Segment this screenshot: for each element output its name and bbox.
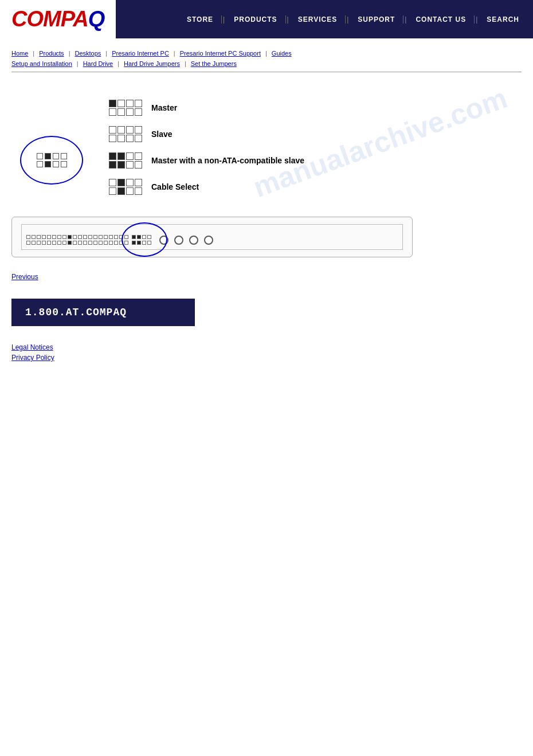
cableselect-pins bbox=[109, 179, 142, 195]
jumper-table: Master bbox=[109, 100, 522, 205]
jumper-slave-row: Slave bbox=[109, 126, 522, 142]
nav-store[interactable]: STORE bbox=[179, 15, 222, 23]
nav-contact[interactable]: CONTACT US bbox=[407, 15, 475, 23]
breadcrumb-desktops[interactable]: Desktops bbox=[75, 50, 101, 57]
breadcrumb-area: Home | Products | Desktops | Presario In… bbox=[0, 38, 533, 83]
jumper-small-pins bbox=[132, 235, 151, 245]
cableselect-label: Cable Select bbox=[151, 182, 199, 191]
breadcrumb-jumpers[interactable]: Hard Drive Jumpers bbox=[124, 60, 180, 67]
breadcrumb-support[interactable]: Presario Internet PC Support bbox=[180, 50, 261, 57]
logo-area: COMPAQ bbox=[0, 0, 116, 38]
ide-connector bbox=[11, 217, 413, 257]
breadcrumb-setup[interactable]: Setup and Installation bbox=[11, 60, 72, 67]
divider bbox=[11, 72, 522, 72]
breadcrumb-row1: Home | Products | Desktops | Presario In… bbox=[11, 50, 522, 57]
slave-pins bbox=[109, 126, 142, 142]
nonata-pins bbox=[109, 152, 142, 169]
power-pin-3 bbox=[189, 236, 198, 245]
connector-link[interactable]: Previous bbox=[11, 273, 38, 281]
jumper-cableselect-row: Cable Select bbox=[109, 179, 522, 195]
breadcrumb-presario[interactable]: Presario Internet PC bbox=[112, 50, 169, 57]
nonata-label: Master with a non-ATA-compatible slave bbox=[151, 156, 304, 165]
nav-bar: STORE | PRODUCTS | SERVICES | SUPPORT | … bbox=[116, 0, 533, 38]
jumper-nonata-row: Master with a non-ATA-compatible slave bbox=[109, 152, 522, 169]
drive-diagram bbox=[11, 134, 92, 186]
master-label: Master bbox=[151, 103, 177, 112]
breadcrumb-harddrive[interactable]: Hard Drive bbox=[83, 60, 113, 67]
footer-links: Legal Notices Privacy Policy bbox=[11, 338, 522, 367]
power-pin-2 bbox=[174, 236, 183, 245]
drive-pins bbox=[37, 153, 67, 167]
ide-inner bbox=[21, 224, 403, 250]
ide-main-pins bbox=[26, 235, 128, 245]
footer-link-legal[interactable]: Legal Notices bbox=[11, 343, 522, 351]
slave-label: Slave bbox=[151, 130, 173, 139]
power-pins bbox=[159, 236, 213, 245]
header: COMPAQ STORE | PRODUCTS | SERVICES | SUP… bbox=[0, 0, 533, 38]
connector-section bbox=[11, 217, 522, 257]
jumper-master-row: Master bbox=[109, 100, 522, 116]
jumper-block-highlight bbox=[132, 235, 151, 245]
compaq-logo: COMPAQ bbox=[11, 7, 104, 32]
footer-link-privacy[interactable]: Privacy Policy bbox=[11, 354, 522, 362]
breadcrumb-setjumpers[interactable]: Set the Jumpers bbox=[191, 60, 237, 67]
breadcrumb-row2: Setup and Installation | Hard Drive | Ha… bbox=[11, 60, 522, 67]
drive-circle bbox=[20, 136, 83, 185]
master-pins bbox=[109, 100, 142, 116]
jumper-section: Master bbox=[11, 100, 522, 205]
phone-banner: 1.800.AT.COMPAQ bbox=[11, 299, 195, 326]
power-pin-4 bbox=[204, 236, 213, 245]
drive-circle-container bbox=[17, 134, 86, 186]
nav-products[interactable]: PRODUCTS bbox=[226, 15, 285, 23]
nav-services[interactable]: SERVICES bbox=[290, 15, 346, 23]
ide-pins-row bbox=[26, 235, 398, 245]
breadcrumb-home[interactable]: Home bbox=[11, 50, 28, 57]
breadcrumb-products[interactable]: Products bbox=[39, 50, 64, 57]
power-pin-1 bbox=[159, 236, 168, 245]
main-content: Master bbox=[0, 83, 533, 373]
nav-search[interactable]: SEARCH bbox=[479, 15, 527, 23]
connector-link-area: Previous bbox=[11, 271, 522, 281]
phone-number: 1.800.AT.COMPAQ bbox=[25, 307, 127, 318]
nav-support[interactable]: SUPPORT bbox=[350, 15, 403, 23]
breadcrumb-guides[interactable]: Guides bbox=[272, 50, 292, 57]
